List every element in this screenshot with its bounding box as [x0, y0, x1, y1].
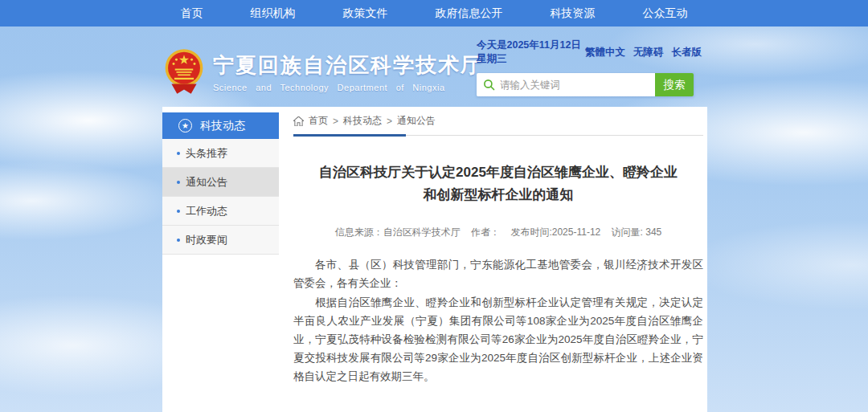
breadcrumb-separator: >	[333, 116, 338, 127]
article-title-line2: 和创新型标杆企业的通知	[293, 184, 703, 206]
article-paragraph: 根据自治区雏鹰企业、瞪羚企业和创新型标杆企业认定管理有关规定，决定认定半亩良人农…	[293, 293, 703, 386]
nav-item-policy-documents[interactable]: 政策文件	[343, 6, 388, 21]
nav-item-home[interactable]: 首页	[181, 6, 203, 21]
header-utilities: 今天是2025年11月12日 星期三 繁體中文 无障碍 长者版 搜索	[477, 39, 702, 96]
meta-source: 信息来源：自治区科学技术厅	[335, 226, 461, 238]
breadcrumb-tech-news[interactable]: 科技动态	[343, 114, 382, 128]
sidebar-list: 头条推荐 通知公告 工作动态 时政要闻	[162, 139, 279, 255]
article-meta: 信息来源：自治区科学技术厅 作者： 发布时间:2025-11-12 访问量: 3…	[293, 226, 703, 239]
sidebar-item-current-politics[interactable]: 时政要闻	[162, 226, 279, 255]
article-title-line1: 自治区科技厅关于认定2025年度自治区雏鹰企业、瞪羚企业	[293, 161, 703, 184]
site-header: 宁夏回族自治区科学技术厅 Science and Technology Depa…	[0, 27, 868, 107]
breadcrumb-separator: >	[387, 116, 392, 127]
bullet-icon	[177, 210, 180, 213]
breadcrumb-notices[interactable]: 通知公告	[397, 114, 436, 128]
nav-item-tech-resources[interactable]: 科技资源	[551, 6, 596, 21]
site-title: 宁夏回族自治区科学技术厅	[213, 51, 483, 80]
link-accessibility[interactable]: 无障碍	[633, 46, 664, 59]
link-traditional-chinese[interactable]: 繁體中文	[585, 46, 625, 59]
top-navigation-items: 首页 组织机构 政策文件 政府信息公开 科技资源 公众互动	[157, 0, 711, 27]
sidebar-item-headlines[interactable]: 头条推荐	[162, 139, 279, 168]
sidebar-item-label: 工作动态	[186, 204, 227, 218]
article-title: 自治区科技厅关于认定2025年度自治区雏鹰企业、瞪羚企业 和创新型标杆企业的通知	[293, 161, 703, 206]
national-emblem-logo	[163, 47, 205, 96]
bullet-icon	[177, 152, 180, 155]
meta-publish-time: 发布时间:2025-11-12	[510, 226, 600, 238]
sidebar-header: ★ 科技动态	[162, 112, 279, 139]
nav-item-government-info[interactable]: 政府信息公开	[436, 6, 503, 21]
meta-author: 作者：	[471, 226, 500, 238]
sidebar-item-label: 头条推荐	[186, 146, 227, 161]
breadcrumb: 首页 > 科技动态 > 通知公告	[293, 107, 703, 136]
utility-links: 繁體中文 无障碍 长者版	[585, 46, 702, 59]
bullet-icon	[177, 239, 180, 242]
meta-view-count: 访问量: 345	[612, 226, 662, 238]
search-button[interactable]: 搜索	[655, 73, 694, 96]
sidebar-item-label: 时政要闻	[186, 233, 227, 247]
sidebar: ★ 科技动态 头条推荐 通知公告 工作动态 时政要闻	[162, 112, 279, 255]
sidebar-item-label: 通知公告	[186, 175, 227, 190]
content-panel: ★ 科技动态 头条推荐 通知公告 工作动态 时政要闻	[162, 107, 707, 412]
home-icon	[293, 116, 304, 126]
bullet-icon	[177, 181, 180, 184]
article-paragraph: 各市、县（区）科技管理部门，宁东能源化工基地管委会，银川经济技术开发区管委会，各…	[293, 255, 703, 292]
sidebar-item-notices[interactable]: 通知公告	[162, 168, 279, 197]
current-date: 今天是2025年11月12日 星期三	[477, 39, 585, 66]
sidebar-item-work-trends[interactable]: 工作动态	[162, 197, 279, 226]
nav-item-public-interaction[interactable]: 公众互动	[643, 6, 688, 21]
utility-row: 今天是2025年11月12日 星期三 繁體中文 无障碍 长者版	[477, 39, 702, 66]
search-input[interactable]	[500, 80, 649, 91]
breadcrumb-home[interactable]: 首页	[309, 114, 328, 128]
tech-news-icon: ★	[178, 119, 192, 133]
article-area: 首页 > 科技动态 > 通知公告 自治区科技厅关于认定2025年度自治区雏鹰企业…	[293, 107, 703, 412]
brand-text: 宁夏回族自治区科学技术厅 Science and Technology Depa…	[213, 51, 483, 92]
sidebar-title: 科技动态	[200, 119, 245, 133]
site-subtitle: Science and Technology Department of Nin…	[213, 83, 483, 92]
nav-item-organization[interactable]: 组织机构	[251, 6, 296, 21]
top-navigation-bar: 首页 组织机构 政策文件 政府信息公开 科技资源 公众互动	[0, 0, 868, 27]
article-body: 各市、县（区）科技管理部门，宁东能源化工基地管委会，银川经济技术开发区管委会，各…	[293, 255, 703, 386]
link-senior-version[interactable]: 长者版	[672, 46, 702, 59]
search-bar: 搜索	[477, 73, 694, 96]
search-box	[477, 73, 655, 96]
search-icon	[483, 79, 495, 91]
site-brand[interactable]: 宁夏回族自治区科学技术厅 Science and Technology Depa…	[163, 47, 483, 96]
